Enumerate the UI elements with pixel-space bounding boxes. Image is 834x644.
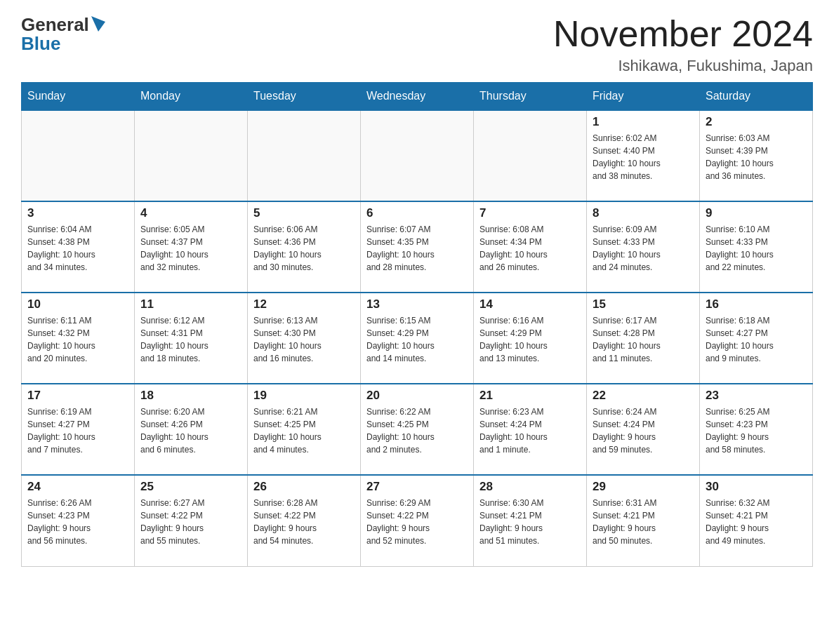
weekday-header-tuesday: Tuesday	[248, 83, 361, 111]
calendar-cell: 25Sunrise: 6:27 AM Sunset: 4:22 PM Dayli…	[135, 475, 248, 566]
calendar-cell	[135, 110, 248, 201]
day-number: 23	[706, 389, 807, 403]
day-info: Sunrise: 6:03 AM Sunset: 4:39 PM Dayligh…	[706, 132, 807, 182]
calendar-cell: 1Sunrise: 6:02 AM Sunset: 4:40 PM Daylig…	[587, 110, 700, 201]
day-info: Sunrise: 6:19 AM Sunset: 4:27 PM Dayligh…	[27, 405, 128, 456]
calendar-week-3: 10Sunrise: 6:11 AM Sunset: 4:32 PM Dayli…	[22, 293, 813, 384]
day-info: Sunrise: 6:09 AM Sunset: 4:33 PM Dayligh…	[593, 223, 694, 274]
calendar-cell: 18Sunrise: 6:20 AM Sunset: 4:26 PM Dayli…	[135, 384, 248, 475]
day-info: Sunrise: 6:31 AM Sunset: 4:21 PM Dayligh…	[593, 497, 694, 547]
day-number: 8	[593, 206, 694, 220]
day-number: 25	[140, 480, 241, 494]
weekday-header-sunday: Sunday	[22, 83, 135, 111]
day-number: 27	[366, 480, 468, 494]
calendar-cell: 9Sunrise: 6:10 AM Sunset: 4:33 PM Daylig…	[700, 201, 813, 293]
day-number: 18	[140, 389, 241, 403]
calendar-cell: 30Sunrise: 6:32 AM Sunset: 4:21 PM Dayli…	[700, 475, 813, 566]
day-info: Sunrise: 6:27 AM Sunset: 4:22 PM Dayligh…	[140, 497, 241, 547]
day-number: 28	[479, 480, 581, 494]
weekday-header-monday: Monday	[135, 83, 248, 111]
day-number: 29	[593, 480, 694, 494]
title-block: November 2024 Ishikawa, Fukushima, Japan	[553, 14, 813, 75]
day-info: Sunrise: 6:11 AM Sunset: 4:32 PM Dayligh…	[27, 314, 128, 365]
day-number: 20	[366, 389, 468, 403]
calendar-cell: 28Sunrise: 6:30 AM Sunset: 4:21 PM Dayli…	[474, 475, 587, 566]
calendar-cell: 11Sunrise: 6:12 AM Sunset: 4:31 PM Dayli…	[135, 293, 248, 384]
day-info: Sunrise: 6:18 AM Sunset: 4:27 PM Dayligh…	[706, 314, 807, 365]
day-number: 17	[27, 389, 128, 403]
day-info: Sunrise: 6:02 AM Sunset: 4:40 PM Dayligh…	[593, 132, 694, 182]
weekday-header-saturday: Saturday	[700, 83, 813, 111]
calendar-cell: 16Sunrise: 6:18 AM Sunset: 4:27 PM Dayli…	[700, 293, 813, 384]
svg-marker-0	[91, 16, 105, 32]
day-info: Sunrise: 6:20 AM Sunset: 4:26 PM Dayligh…	[140, 405, 241, 456]
day-number: 11	[140, 297, 241, 311]
calendar-cell: 14Sunrise: 6:16 AM Sunset: 4:29 PM Dayli…	[474, 293, 587, 384]
calendar-cell: 19Sunrise: 6:21 AM Sunset: 4:25 PM Dayli…	[248, 384, 361, 475]
day-info: Sunrise: 6:10 AM Sunset: 4:33 PM Dayligh…	[706, 223, 807, 274]
day-number: 30	[706, 480, 807, 494]
calendar-cell	[474, 110, 587, 201]
day-number: 2	[706, 115, 807, 129]
day-info: Sunrise: 6:25 AM Sunset: 4:23 PM Dayligh…	[706, 405, 807, 456]
calendar-cell	[22, 110, 135, 201]
calendar-cell	[361, 110, 474, 201]
calendar-cell: 15Sunrise: 6:17 AM Sunset: 4:28 PM Dayli…	[587, 293, 700, 384]
day-number: 21	[479, 389, 581, 403]
subtitle: Ishikawa, Fukushima, Japan	[553, 57, 813, 75]
day-info: Sunrise: 6:24 AM Sunset: 4:24 PM Dayligh…	[593, 405, 694, 456]
calendar-cell: 20Sunrise: 6:22 AM Sunset: 4:25 PM Dayli…	[361, 384, 474, 475]
day-number: 15	[593, 297, 694, 311]
page-header: General Blue November 2024 Ishikawa, Fuk…	[21, 14, 813, 75]
day-info: Sunrise: 6:04 AM Sunset: 4:38 PM Dayligh…	[27, 223, 128, 274]
logo-triangle-icon	[91, 16, 105, 32]
logo: General Blue	[21, 14, 106, 55]
day-number: 16	[706, 297, 807, 311]
weekday-header-thursday: Thursday	[474, 83, 587, 111]
day-info: Sunrise: 6:12 AM Sunset: 4:31 PM Dayligh…	[140, 314, 241, 365]
day-info: Sunrise: 6:29 AM Sunset: 4:22 PM Dayligh…	[366, 497, 468, 547]
day-info: Sunrise: 6:28 AM Sunset: 4:22 PM Dayligh…	[253, 497, 355, 547]
day-info: Sunrise: 6:30 AM Sunset: 4:21 PM Dayligh…	[479, 497, 581, 547]
main-title: November 2024	[553, 14, 813, 54]
day-info: Sunrise: 6:13 AM Sunset: 4:30 PM Dayligh…	[253, 314, 355, 365]
day-info: Sunrise: 6:21 AM Sunset: 4:25 PM Dayligh…	[253, 405, 355, 456]
calendar-cell: 24Sunrise: 6:26 AM Sunset: 4:23 PM Dayli…	[22, 475, 135, 566]
day-number: 6	[366, 206, 468, 220]
day-number: 3	[27, 206, 128, 220]
logo-blue-text: Blue	[21, 33, 60, 55]
day-info: Sunrise: 6:16 AM Sunset: 4:29 PM Dayligh…	[479, 314, 581, 365]
day-info: Sunrise: 6:17 AM Sunset: 4:28 PM Dayligh…	[593, 314, 694, 365]
calendar-cell: 6Sunrise: 6:07 AM Sunset: 4:35 PM Daylig…	[361, 201, 474, 293]
calendar-cell: 21Sunrise: 6:23 AM Sunset: 4:24 PM Dayli…	[474, 384, 587, 475]
day-info: Sunrise: 6:32 AM Sunset: 4:21 PM Dayligh…	[706, 497, 807, 547]
calendar-cell: 27Sunrise: 6:29 AM Sunset: 4:22 PM Dayli…	[361, 475, 474, 566]
calendar-week-1: 1Sunrise: 6:02 AM Sunset: 4:40 PM Daylig…	[22, 110, 813, 201]
weekday-header-row: SundayMondayTuesdayWednesdayThursdayFrid…	[22, 83, 813, 111]
day-number: 12	[253, 297, 355, 311]
calendar-cell: 5Sunrise: 6:06 AM Sunset: 4:36 PM Daylig…	[248, 201, 361, 293]
calendar-cell: 22Sunrise: 6:24 AM Sunset: 4:24 PM Dayli…	[587, 384, 700, 475]
calendar-cell: 8Sunrise: 6:09 AM Sunset: 4:33 PM Daylig…	[587, 201, 700, 293]
day-number: 10	[27, 297, 128, 311]
day-number: 26	[253, 480, 355, 494]
weekday-header-friday: Friday	[587, 83, 700, 111]
day-number: 22	[593, 389, 694, 403]
day-info: Sunrise: 6:23 AM Sunset: 4:24 PM Dayligh…	[479, 405, 581, 456]
calendar-week-4: 17Sunrise: 6:19 AM Sunset: 4:27 PM Dayli…	[22, 384, 813, 475]
day-number: 5	[253, 206, 355, 220]
day-info: Sunrise: 6:22 AM Sunset: 4:25 PM Dayligh…	[366, 405, 468, 456]
day-number: 13	[366, 297, 468, 311]
calendar-week-2: 3Sunrise: 6:04 AM Sunset: 4:38 PM Daylig…	[22, 201, 813, 293]
weekday-header-wednesday: Wednesday	[361, 83, 474, 111]
calendar-cell: 4Sunrise: 6:05 AM Sunset: 4:37 PM Daylig…	[135, 201, 248, 293]
calendar-cell: 29Sunrise: 6:31 AM Sunset: 4:21 PM Dayli…	[587, 475, 700, 566]
day-number: 1	[593, 115, 694, 129]
calendar-table: SundayMondayTuesdayWednesdayThursdayFrid…	[21, 82, 813, 567]
day-number: 24	[27, 480, 128, 494]
day-info: Sunrise: 6:26 AM Sunset: 4:23 PM Dayligh…	[27, 497, 128, 547]
calendar-cell: 10Sunrise: 6:11 AM Sunset: 4:32 PM Dayli…	[22, 293, 135, 384]
calendar-cell: 23Sunrise: 6:25 AM Sunset: 4:23 PM Dayli…	[700, 384, 813, 475]
day-number: 9	[706, 206, 807, 220]
calendar-cell: 13Sunrise: 6:15 AM Sunset: 4:29 PM Dayli…	[361, 293, 474, 384]
